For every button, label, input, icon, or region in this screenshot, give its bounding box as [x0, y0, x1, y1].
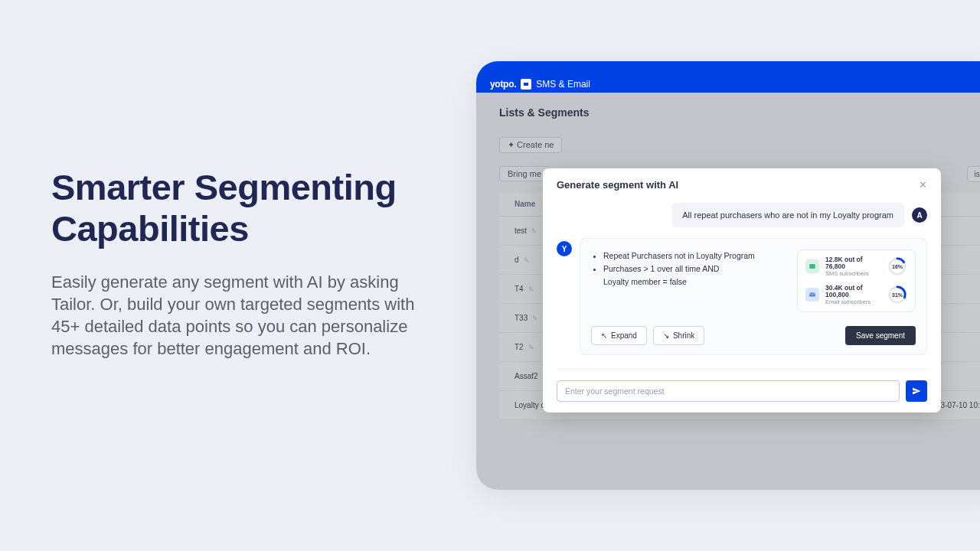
app-header: yotpo. SMS & Email	[476, 61, 980, 93]
svg-rect-3	[809, 293, 815, 297]
send-button[interactable]	[906, 380, 927, 402]
user-avatar: A	[912, 207, 927, 223]
product-name: SMS & Email	[536, 79, 590, 90]
expand-button[interactable]: ↖Expand	[591, 326, 647, 345]
send-icon	[912, 386, 921, 396]
email-ring: 31%	[887, 285, 907, 305]
stats-panel: 12.8K out of 76,800 SMS subscribers 16%	[797, 249, 916, 312]
user-message: All repeat purchasers who are not in my …	[671, 203, 904, 227]
brand-logo: yotpo.	[490, 79, 516, 90]
shrink-icon: ↘	[663, 331, 669, 340]
device-frame: yotpo. SMS & Email Lists & Segments Cr ✦…	[476, 61, 980, 490]
ai-response-card: Repeat Purchasers not in Loyalty Program…	[580, 238, 927, 355]
email-stat: 30.4K out of 100,800 Email subscribers 3…	[805, 285, 907, 305]
close-icon[interactable]: ✕	[919, 179, 927, 191]
modal-title: Generate segment with AI	[557, 179, 678, 191]
hero-description: Easily generate any segment with AI by a…	[51, 271, 419, 360]
ai-avatar: Y	[557, 241, 572, 256]
segment-request-input[interactable]	[557, 380, 900, 402]
brand-icon	[521, 79, 531, 90]
sms-ring: 16%	[887, 256, 907, 276]
sms-stat: 12.8K out of 76,800 SMS subscribers 16%	[805, 256, 907, 277]
svg-rect-0	[809, 265, 815, 269]
ai-segment-modal: Generate segment with AI ✕ All repeat pu…	[543, 168, 941, 412]
segment-rules: Repeat Purchasers not in Loyalty Program…	[591, 249, 786, 288]
sms-icon	[805, 259, 819, 273]
save-segment-button[interactable]: Save segment	[845, 326, 916, 345]
email-icon	[805, 288, 819, 302]
expand-icon: ↖	[601, 331, 607, 340]
shrink-button[interactable]: ↘Shrink	[653, 326, 704, 345]
hero-title: Smarter Segmenting Capabilities	[51, 167, 419, 249]
